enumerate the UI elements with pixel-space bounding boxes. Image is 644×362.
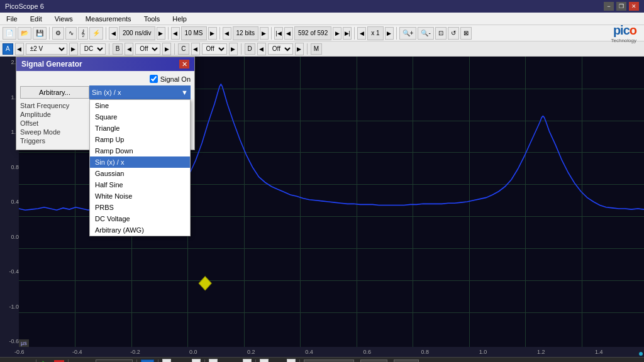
menu-measurements[interactable]: Measurements xyxy=(82,14,135,24)
captures-prev[interactable]: ◀ xyxy=(284,27,293,40)
channel-a-label: A xyxy=(6,45,10,52)
captures-first[interactable]: |◀ xyxy=(274,27,283,40)
wf-ramp-down[interactable]: Ramp Down xyxy=(90,145,190,156)
amplitude-label: Amplitude xyxy=(20,111,89,118)
voltage-up[interactable]: ▶ xyxy=(192,359,201,363)
wf-white-noise[interactable]: White Noise xyxy=(90,190,190,202)
zoom-reset-button[interactable]: ↺ xyxy=(448,27,459,40)
arbitrary-waveform-row: Arbitrary... Sin (x) / x ▼ Sine Square T… xyxy=(20,85,191,99)
trigger-button[interactable]: ⚡ xyxy=(89,27,103,40)
fft-button[interactable]: 𝄞 xyxy=(78,27,88,40)
menu-help[interactable]: Help xyxy=(169,14,191,24)
menu-views[interactable]: Views xyxy=(51,14,77,24)
arbitrary-button[interactable]: Arbitrary... xyxy=(20,86,89,99)
stop-button[interactable] xyxy=(54,360,64,363)
waveform-dropdown-arrow: ▼ xyxy=(181,89,188,96)
zoom-in-button[interactable]: 🔍+ xyxy=(399,27,417,40)
channel-d-volt-down[interactable]: ◀ xyxy=(257,43,266,55)
menu-edit[interactable]: Edit xyxy=(26,14,46,24)
channel-a-volt-down[interactable]: ◀ xyxy=(15,43,24,55)
channel-b-toggle[interactable]: B xyxy=(113,43,123,55)
close-button[interactable]: ✕ xyxy=(629,2,639,11)
timebase-next[interactable]: ▶ xyxy=(157,27,165,40)
wf-prbs[interactable]: PRBS xyxy=(90,202,190,213)
channel-c-volt-down[interactable]: ◀ xyxy=(191,43,200,55)
channel-b-mode[interactable]: OffOn xyxy=(135,43,160,55)
channel-d-mode[interactable]: OffOn xyxy=(268,43,293,55)
minimize-button[interactable]: − xyxy=(604,2,614,11)
rulers-button[interactable]: Rulers xyxy=(360,359,387,363)
open-button[interactable]: 📂 xyxy=(18,27,31,40)
samples-label: 10 MS xyxy=(184,30,204,36)
time-up[interactable]: ▶ xyxy=(287,359,296,363)
wf-half-sine[interactable]: Half Sine xyxy=(90,179,190,190)
settings-button[interactable]: ⚙ xyxy=(52,27,64,40)
channel-a-voltage[interactable]: ±2 V±1 V±500 mV xyxy=(26,43,67,55)
percent-up[interactable]: ▶ xyxy=(243,359,252,363)
zoom-label: x 1 xyxy=(370,30,380,36)
channel-c-toggle[interactable]: C xyxy=(178,43,189,55)
restore-button[interactable]: ❐ xyxy=(616,2,626,11)
pico-logo: pico xyxy=(611,23,636,38)
wf-ramp-up[interactable]: Ramp Up xyxy=(90,134,190,145)
y-label-8: -0.6 xyxy=(9,338,19,344)
channel-b-volt-down[interactable]: ◀ xyxy=(125,43,133,55)
save-button[interactable]: 💾 xyxy=(33,27,47,40)
pico-logo-area: pico Technology xyxy=(611,23,641,43)
marker-diamond xyxy=(199,277,211,290)
time-down[interactable]: ◀ xyxy=(260,359,269,363)
wf-sine[interactable]: Sine xyxy=(90,100,190,111)
bits-label: 12 bits xyxy=(235,30,256,36)
timebase-prev[interactable]: ◀ xyxy=(109,27,118,40)
menu-tools[interactable]: Tools xyxy=(140,14,164,24)
math-button[interactable]: M xyxy=(311,43,322,55)
wf-gaussian[interactable]: Gaussian xyxy=(90,168,190,179)
captures-next[interactable]: ▶ xyxy=(333,27,341,40)
channel-d-toggle[interactable]: D xyxy=(245,43,255,55)
wf-sinc[interactable]: Sin (x) / x xyxy=(90,156,190,168)
channel-c-mode[interactable]: OffOn xyxy=(202,43,227,55)
samples-next[interactable]: ▶ xyxy=(208,27,217,40)
bits-prev[interactable]: ◀ xyxy=(223,27,231,40)
wf-triangle[interactable]: Triangle xyxy=(90,123,190,134)
x-label-3: 0.0 xyxy=(189,349,197,355)
trigger-channel-a[interactable]: A xyxy=(141,359,154,363)
percent-down[interactable]: ◀ xyxy=(209,359,218,363)
zoom-prev[interactable]: ◀ xyxy=(357,27,366,40)
channel-a-toggle[interactable]: A xyxy=(3,43,13,55)
zoom-out-button[interactable]: 🔍- xyxy=(418,27,433,40)
captures-last[interactable]: ▶| xyxy=(343,27,352,40)
measurements-button[interactable]: Measurements xyxy=(304,359,354,363)
dialog-close-button[interactable]: ✕ xyxy=(179,60,189,69)
start-freq-label: Start Frequency xyxy=(20,102,89,109)
channel-d-volt-up[interactable]: ▶ xyxy=(295,43,304,55)
waveform-select-display[interactable]: Sin (x) / x ▼ xyxy=(89,85,191,99)
x-label-9: 1.2 xyxy=(537,349,545,355)
signal-on-checkbox[interactable] xyxy=(150,75,158,83)
channel-a-coupling[interactable]: DCAC xyxy=(80,43,106,55)
channel-a-volt-up[interactable]: ▶ xyxy=(69,43,78,55)
signal-button[interactable]: ∿ xyxy=(65,27,77,40)
new-button[interactable]: 📄 xyxy=(3,27,16,40)
signal-on-row: Signal On xyxy=(20,75,191,83)
status-sep-6 xyxy=(255,359,256,363)
zoom-next[interactable]: ▶ xyxy=(385,27,394,40)
wf-square[interactable]: Square xyxy=(90,111,190,123)
play-button[interactable] xyxy=(40,360,50,363)
wf-arbitrary-awg[interactable]: Arbitrary (AWG) xyxy=(90,224,190,236)
zoom-fit-button[interactable]: ⊡ xyxy=(435,27,447,40)
trigger-mode-select[interactable]: AutoNormalSingle xyxy=(96,359,133,363)
toolbar: 📄 📂 💾 ⚙ ∿ 𝄞 ⚡ ◀ 200 ns/div ▶ ◀ 10 MS ▶ ◀… xyxy=(0,25,644,41)
channel-c-volt-up[interactable]: ▶ xyxy=(229,43,238,55)
bits-next[interactable]: ▶ xyxy=(260,27,269,40)
status-sep-3 xyxy=(136,359,137,363)
notes-button[interactable]: Notes xyxy=(394,359,419,363)
x-label-5: 0.4 xyxy=(305,349,313,355)
toolbar-separator-4 xyxy=(219,27,220,40)
channel-b-volt-up[interactable]: ▶ xyxy=(162,43,171,55)
voltage-down[interactable]: ◀ xyxy=(162,359,171,363)
wf-dc-voltage[interactable]: DC Voltage xyxy=(90,213,190,224)
zoom-capture-button[interactable]: ⊠ xyxy=(460,27,472,40)
menu-file[interactable]: File xyxy=(3,14,21,24)
samples-prev[interactable]: ◀ xyxy=(171,27,180,40)
